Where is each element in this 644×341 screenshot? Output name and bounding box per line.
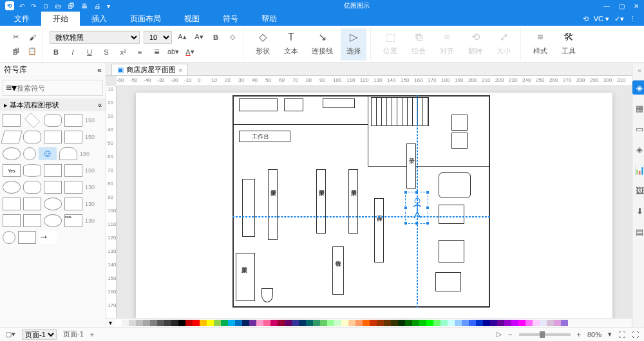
font-shrink-icon[interactable]: A▾ xyxy=(193,32,205,43)
color-swatch[interactable] xyxy=(341,320,348,326)
color-swatch[interactable] xyxy=(370,320,377,326)
tab-symbol[interactable]: 符号 xyxy=(211,12,250,26)
color-swatch[interactable] xyxy=(540,320,547,326)
color-swatch[interactable] xyxy=(136,320,143,326)
underline-icon[interactable]: U xyxy=(83,46,96,58)
zoom-value[interactable]: 80% xyxy=(587,331,601,338)
view-mode-icon[interactable]: ▢▾ xyxy=(5,330,15,338)
color-dropdown-icon[interactable]: ▾ xyxy=(109,319,112,326)
page[interactable]: 工作台 展示架子 展示架子 展示架子 工作台 架子 xyxy=(136,93,612,318)
page-tab[interactable]: 页面-1 xyxy=(63,329,84,339)
color-swatch[interactable] xyxy=(115,320,122,326)
shape-trap2[interactable] xyxy=(64,181,82,194)
color-swatch[interactable] xyxy=(157,320,164,326)
color-swatch[interactable] xyxy=(419,320,426,326)
color-swatch[interactable] xyxy=(455,320,462,326)
color-swatch[interactable] xyxy=(164,320,171,326)
collapse-icon[interactable]: « xyxy=(97,66,102,75)
share-icon[interactable]: ⟲ xyxy=(583,15,589,23)
undo-icon[interactable]: ↶ xyxy=(19,3,24,10)
color-swatch[interactable] xyxy=(391,320,398,326)
color-swatch[interactable] xyxy=(426,320,433,326)
font-grow-icon[interactable]: A▴ xyxy=(176,32,189,43)
tab-insert[interactable]: 插入 xyxy=(80,12,118,26)
color-swatch[interactable] xyxy=(263,320,270,326)
shape-section-header[interactable]: ▸ 基本流程图形状 « xyxy=(0,98,106,111)
page-icon[interactable]: ▭ xyxy=(632,122,644,136)
color-swatch[interactable] xyxy=(171,320,178,326)
highlight-icon[interactable]: ab▾ xyxy=(167,46,180,58)
shape-rounded[interactable] xyxy=(44,114,62,127)
color-swatch[interactable] xyxy=(334,320,341,326)
color-swatch[interactable] xyxy=(285,320,292,326)
shape-yes[interactable]: Yes xyxy=(3,164,21,177)
tools-tool[interactable]: 🛠工具 xyxy=(556,28,582,60)
color-swatch[interactable] xyxy=(178,320,185,326)
grid-icon[interactable]: ▦ xyxy=(632,101,644,115)
color-swatch[interactable] xyxy=(377,320,384,326)
search-input[interactable] xyxy=(17,84,106,92)
close-tab-icon[interactable]: × xyxy=(178,66,182,74)
shape-circle[interactable] xyxy=(23,147,36,160)
more-icon[interactable]: ▾ xyxy=(107,3,110,10)
color-swatch[interactable] xyxy=(348,320,355,326)
color-swatch[interactable] xyxy=(207,320,214,326)
canvas[interactable]: 工作台 展示架子 展示架子 展示架子 工作台 架子 xyxy=(117,86,632,318)
color-swatch[interactable] xyxy=(256,320,263,326)
color-swatch[interactable] xyxy=(483,320,490,326)
color-swatch[interactable] xyxy=(440,320,448,326)
brush-icon[interactable]: 🖌 xyxy=(26,32,39,43)
shape-flag[interactable] xyxy=(64,114,82,127)
shape-bust[interactable] xyxy=(59,147,77,160)
tab-start[interactable]: 开始 xyxy=(41,12,80,26)
bold-icon-2[interactable]: B xyxy=(50,46,62,58)
connector-tool[interactable]: ↘连接线 xyxy=(307,28,338,60)
print-icon[interactable]: 🖨 xyxy=(94,3,100,10)
open-icon[interactable]: 🗁 xyxy=(55,3,62,10)
select-tool[interactable]: ▷选择 xyxy=(341,28,366,60)
color-swatch[interactable] xyxy=(143,320,150,326)
bullets-icon[interactable]: ≡ xyxy=(133,46,146,58)
collapse-right-icon[interactable]: « xyxy=(638,67,641,74)
shape-tool[interactable]: ◇形状 xyxy=(250,28,276,60)
color-swatch[interactable] xyxy=(129,320,136,326)
vc-dropdown[interactable]: VC ▾ xyxy=(594,15,609,23)
color-swatch[interactable] xyxy=(299,320,306,326)
font-family-select[interactable]: 微软雅黑 xyxy=(50,31,140,44)
color-swatch[interactable] xyxy=(193,320,200,326)
theme-icon[interactable]: ◈ xyxy=(632,80,644,95)
shape-rect[interactable] xyxy=(3,114,21,127)
color-swatch[interactable] xyxy=(249,320,256,326)
tab-file[interactable]: 文件 xyxy=(3,12,41,26)
minimize-button[interactable]: — xyxy=(603,3,610,10)
cut-icon[interactable]: ✂ xyxy=(9,32,22,43)
clear-format-icon[interactable]: ◇ xyxy=(226,32,239,43)
color-swatch[interactable] xyxy=(313,320,320,326)
color-swatch[interactable] xyxy=(554,320,561,326)
color-swatch[interactable] xyxy=(462,320,469,326)
shape-cylinder[interactable] xyxy=(23,164,41,177)
zoom-in-icon[interactable]: + xyxy=(577,331,581,338)
color-swatch[interactable] xyxy=(476,320,483,326)
shape-hex[interactable] xyxy=(3,214,21,227)
strike-icon[interactable]: S xyxy=(100,46,113,58)
color-swatch[interactable] xyxy=(412,320,419,326)
shape-trap[interactable] xyxy=(44,181,62,194)
zoom-slider[interactable] xyxy=(519,333,571,336)
shape-parallelogram[interactable] xyxy=(1,131,22,143)
play-icon[interactable]: ▷ xyxy=(497,330,502,338)
color-swatch[interactable] xyxy=(561,320,568,326)
fit-icon[interactable]: ⛶ xyxy=(618,331,625,338)
color-swatch[interactable] xyxy=(355,320,363,326)
shape-curve[interactable] xyxy=(23,198,41,210)
color-swatch[interactable] xyxy=(150,320,157,326)
copy-icon[interactable]: 🗐 xyxy=(68,3,75,10)
shape-person[interactable]: ☺ xyxy=(39,147,57,160)
shape-wave[interactable] xyxy=(3,198,21,210)
color-swatch[interactable] xyxy=(292,320,299,326)
zoom-dropdown-icon[interactable]: ▾ xyxy=(608,330,612,338)
color-swatch[interactable] xyxy=(200,320,207,326)
shape-arrow[interactable]: → xyxy=(39,231,57,244)
shape-diamond[interactable] xyxy=(24,113,40,128)
color-swatch[interactable] xyxy=(320,320,327,326)
